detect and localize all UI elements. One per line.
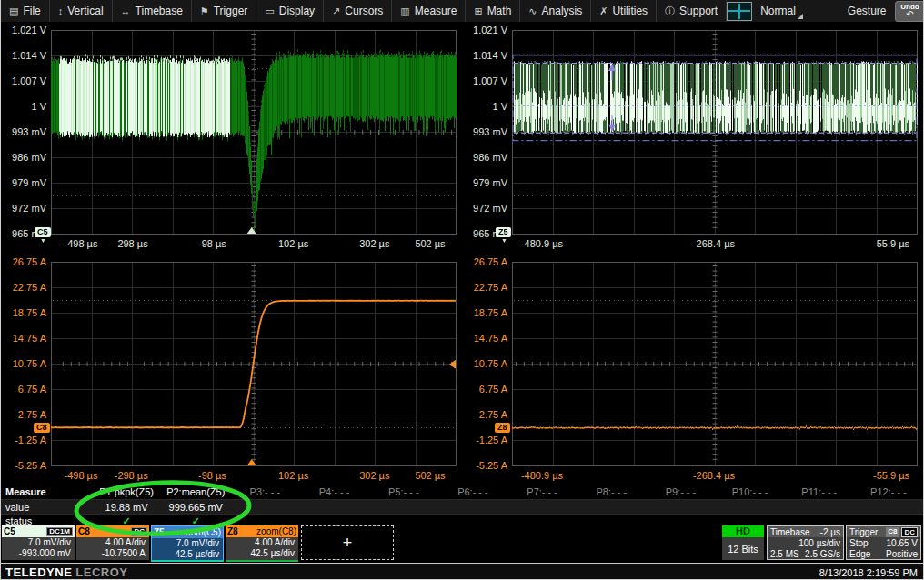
menu-item-support[interactable]: ⓘSupport: [657, 0, 727, 22]
measure-column-value: [785, 502, 854, 513]
x-axis-tick-label: -55.9 µs: [863, 470, 919, 481]
display-icon: ▭: [265, 5, 274, 17]
menu-item-cursors[interactable]: ↗Cursors: [324, 0, 392, 22]
trigger-coupling-badge: DC: [901, 527, 918, 537]
trigger-box[interactable]: Trigger C8 DC Stop 10.65 V Edge Positive: [846, 525, 921, 560]
grid-layout-icon[interactable]: [727, 2, 752, 21]
dropdown-corner-icon: [798, 14, 803, 19]
z5-color-strip: [151, 560, 224, 562]
measure-column-header[interactable]: P3:- - -: [230, 486, 299, 497]
timebase-scale: 100 µs/div: [798, 538, 840, 548]
measure-column-header[interactable]: P8:- - -: [577, 486, 646, 497]
measure-column-header[interactable]: P10:- - -: [716, 486, 785, 497]
descriptor-z8-source: zoom(C8): [256, 526, 296, 536]
y-axis-tick-label: 986 mV: [1, 152, 46, 163]
file-icon: ▤: [9, 5, 18, 17]
measure-column-value: [854, 502, 923, 513]
x-axis-tick-label: 302 µs: [346, 470, 403, 481]
measure-column-header[interactable]: P6:- - -: [438, 486, 507, 497]
descriptor-c5[interactable]: C5 DC1M 7.0 mV/div -993.000 mV: [2, 525, 75, 560]
menu-item-display[interactable]: ▭Display: [256, 0, 324, 22]
x-axis-tick-label: -98 µs: [184, 238, 240, 249]
menu-item-analysis[interactable]: ∿Analysis: [520, 0, 591, 22]
hd-mode-box[interactable]: HD 12 Bits: [722, 525, 764, 560]
y-axis-tick-label: -1.25 A: [462, 435, 507, 445]
grid-z5-waveform[interactable]: [512, 30, 918, 235]
measure-column-value: [507, 502, 577, 513]
timebase-box[interactable]: Timebase -2 µs 100 µs/div 2.5 MS 2.5 GS/…: [767, 525, 844, 560]
y-axis-tick-label: 14.75 A: [462, 333, 507, 344]
measure-column-header[interactable]: P4:- - -: [300, 486, 369, 497]
measure-column-value: [300, 502, 369, 513]
x-axis-tick-label: -268.4 µs: [686, 470, 742, 481]
menu-right-cluster: Normal Gesture Undo ↶: [727, 0, 924, 22]
y-axis-tick-label: 2.75 A: [1, 409, 46, 420]
descriptor-c5-scale: 7.0 mV/div: [28, 537, 71, 547]
x-axis-tick-label: -480.9 µs: [514, 470, 570, 481]
x-axis-tick-label: 502 µs: [402, 238, 458, 249]
descriptor-c8[interactable]: C8 DC 4.00 A/div -10.7500 A: [76, 525, 149, 560]
y-axis-tick-label: -5.25 A: [1, 460, 46, 471]
x-axis-tick-label: -498 µs: [53, 470, 109, 481]
menu-item-utilities[interactable]: ✗Utilities: [591, 0, 657, 22]
y-axis-tick-label: 2.75 A: [462, 409, 507, 420]
menu-item-measure[interactable]: ▥Measure: [392, 0, 466, 22]
measure-column-header[interactable]: P2:mean(Z5): [161, 486, 230, 497]
c8-level-badge[interactable]: C8: [34, 423, 50, 433]
z5-level-badge[interactable]: Z5: [496, 227, 511, 237]
menu-item-trigger[interactable]: ⚑Trigger: [192, 0, 256, 22]
menu-item-file[interactable]: ▤File: [1, 0, 50, 22]
add-trace-button[interactable]: +: [301, 525, 394, 560]
measure-column-header[interactable]: P12:- - -: [854, 486, 923, 497]
descriptor-z8-id: Z8: [227, 526, 238, 536]
y-axis-tick-label: 979 mV: [462, 177, 507, 188]
undo-button[interactable]: Undo ↶: [895, 1, 924, 22]
y-axis-tick-label: 18.75 A: [462, 307, 507, 318]
descriptor-z5-scale: 7.0 mV/div: [176, 538, 219, 548]
y-axis-tick-label: 26.75 A: [462, 256, 507, 267]
y-axis-tick-label: 993 mV: [462, 126, 507, 137]
descriptor-z5-selected[interactable]: Z5 zoom(C5) 7.0 mV/div 42.5 µs/div: [151, 525, 224, 560]
x-axis-tick-label: 102 µs: [266, 238, 322, 249]
cursor-arrow-icon: ↗: [332, 5, 340, 17]
x-axis-tick-label: -498 µs: [53, 238, 109, 249]
y-axis-tick-label: 1 V: [462, 101, 507, 112]
descriptor-c5-id: C5: [4, 526, 15, 536]
math-icon: ⊞: [474, 5, 482, 17]
measure-column-status: [646, 515, 715, 527]
z8-level-badge[interactable]: Z8: [495, 423, 510, 433]
measure-column-header[interactable]: P7:- - -: [507, 486, 577, 497]
trigger-flag-icon: ⚑: [200, 5, 209, 17]
measure-column-header[interactable]: P1:pkpk(Z5): [92, 486, 161, 497]
menu-item-math[interactable]: ⊞Math: [466, 0, 520, 22]
descriptor-c8-scale: 4.00 A/div: [105, 537, 146, 547]
support-icon: ⓘ: [665, 5, 675, 18]
descriptor-z8[interactable]: Z8 zoom(C8) 4.00 A/div 42.5 µs/div: [226, 525, 298, 560]
grid-c5-waveform[interactable]: [51, 30, 457, 235]
menu-item-vertical[interactable]: ↕Vertical: [50, 0, 113, 22]
y-axis-tick-label: 1.014 V: [1, 50, 46, 61]
grid-c8-waveform[interactable]: [51, 262, 457, 466]
measure-header-columns: P1:pkpk(Z5)P2:mean(Z5)P3:- - -P4:- - -P5…: [92, 486, 923, 497]
measure-column-status: [577, 515, 646, 527]
measure-column-value: [646, 502, 715, 513]
measure-row-label: Measure: [1, 486, 92, 497]
y-axis-tick-label: 986 mV: [462, 152, 507, 163]
grid-z8-waveform[interactable]: [512, 262, 918, 466]
c5-level-badge[interactable]: C5: [35, 227, 51, 237]
menu-item-label: Utilities: [612, 5, 648, 17]
y-axis-tick-label: 972 mV: [1, 203, 46, 214]
datetime-stamp: 8/13/2018 2:19:59 PM: [819, 567, 923, 578]
gesture-label: Gesture: [848, 5, 887, 17]
display-mode-dropdown[interactable]: Normal: [760, 5, 803, 17]
menu-item-timebase[interactable]: ↔Timebase: [113, 0, 192, 22]
brand-teledyne: TELEDYNE: [5, 565, 72, 579]
measure-column-header[interactable]: P5:- - -: [369, 486, 438, 497]
measure-column-status: [438, 515, 507, 527]
y-axis-tick-label: 1 V: [1, 101, 46, 112]
measure-column-value: 999.665 mV: [161, 502, 230, 513]
measure-column-header[interactable]: P9:- - -: [646, 486, 715, 497]
y-axis-tick-label: 1.014 V: [462, 50, 507, 61]
measure-column-header[interactable]: P11:- - -: [785, 486, 854, 497]
timebase-rate: 2.5 GS/s: [805, 549, 840, 559]
